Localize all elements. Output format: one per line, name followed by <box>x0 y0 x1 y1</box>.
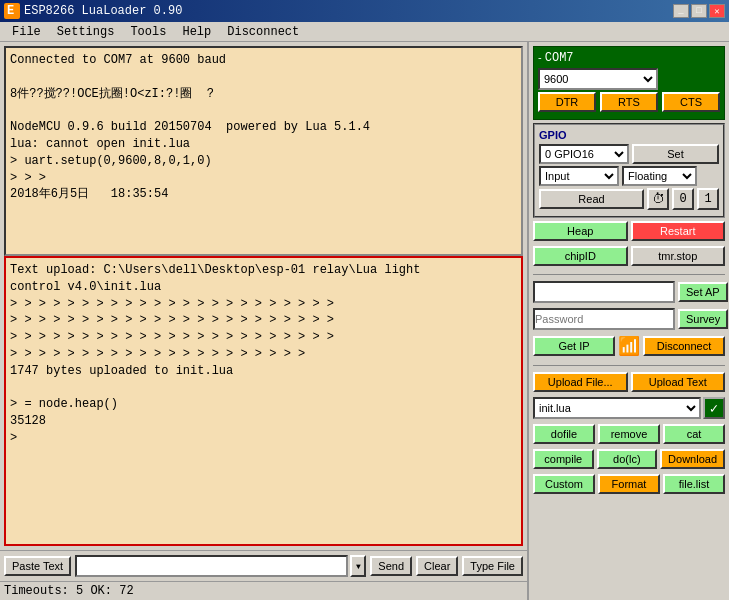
heap-button[interactable]: Heap <box>533 221 628 241</box>
chipid-button[interactable]: chipID <box>533 246 628 266</box>
menu-settings[interactable]: Settings <box>49 23 123 41</box>
action-row-1: dofile remove cat <box>533 424 725 444</box>
gpio-mode-select[interactable]: Input Output <box>539 166 619 186</box>
tmrstop-button[interactable]: tmr.stop <box>631 246 726 266</box>
paste-input[interactable] <box>75 555 348 577</box>
password-row: Survey <box>533 308 725 330</box>
gpio-pin-row: 0 GPIO16 1 GPIO5 Set <box>539 144 719 164</box>
terminal-line-8: 2018年6月5日 18:35:54 <box>10 186 517 203</box>
upload-line-1: control v4.0\init.lua <box>10 279 517 296</box>
close-button[interactable]: ✕ <box>709 4 725 18</box>
menu-bar: File Settings Tools Help Disconnect <box>0 22 729 42</box>
status-text: Timeouts: 5 OK: 72 <box>4 584 134 598</box>
divider-1 <box>533 274 725 275</box>
menu-disconnect[interactable]: Disconnect <box>219 23 307 41</box>
menu-tools[interactable]: Tools <box>122 23 174 41</box>
upload-line-2: > > > > > > > > > > > > > > > > > > > > … <box>10 296 517 313</box>
maximize-button[interactable]: □ <box>691 4 707 18</box>
gpio-section: GPIO 0 GPIO16 1 GPIO5 Set Input Output F… <box>533 123 725 218</box>
clear-button[interactable]: Clear <box>416 556 458 576</box>
cat-button[interactable]: cat <box>663 424 725 444</box>
cts-button[interactable]: CTS <box>662 92 720 112</box>
minimize-button[interactable]: _ <box>673 4 689 18</box>
getip-button[interactable]: Get IP <box>533 336 615 356</box>
paste-text-button[interactable]: Paste Text <box>4 556 71 576</box>
heap-restart-row: Heap Restart <box>533 221 725 241</box>
set-ap-button[interactable]: Set AP <box>678 282 728 302</box>
menu-file[interactable]: File <box>4 23 49 41</box>
chipid-stop-row: chipID tmr.stop <box>533 246 725 266</box>
gpio-mode-row: Input Output Floating Pullup <box>539 166 719 186</box>
ssid-row: Set AP <box>533 281 725 303</box>
status-bar: Timeouts: 5 OK: 72 <box>0 581 527 600</box>
password-input[interactable] <box>533 308 675 330</box>
dtr-rts-cts-row: DTR RTS CTS <box>538 92 720 112</box>
custom-button[interactable]: Custom <box>533 474 595 494</box>
remove-button[interactable]: remove <box>598 424 660 444</box>
terminal-line-0: Connected to COM7 at 9600 baud <box>10 52 517 69</box>
action-row-2: compile do(lc) Download <box>533 449 725 469</box>
upload-text-button[interactable]: Upload Text <box>631 372 726 392</box>
gpio-title: GPIO <box>539 129 719 141</box>
terminal-line-6: > uart.setup(0,9600,8,0,1,0) <box>10 153 517 170</box>
upload-line-9: 35128 <box>10 413 517 430</box>
gpio-read-row: Read ⏱ 0 1 <box>539 188 719 210</box>
format-button[interactable]: Format <box>598 474 660 494</box>
title-bar: E ESP8266 LuaLoader 0.90 _ □ ✕ <box>0 0 729 22</box>
clock-icon[interactable]: ⏱ <box>647 188 669 210</box>
terminal-line-1 <box>10 69 517 86</box>
terminal-line-4: NodeMCU 0.9.6 build 20150704 powered by … <box>10 119 517 136</box>
terminal-output[interactable]: Connected to COM7 at 9600 baud 8件??搅??!O… <box>4 46 523 256</box>
upload-line-7 <box>10 380 517 397</box>
restart-button[interactable]: Restart <box>631 221 726 241</box>
main-area: Connected to COM7 at 9600 baud 8件??搅??!O… <box>0 42 729 600</box>
gpio-zero-button[interactable]: 0 <box>672 188 694 210</box>
terminal-upload-section: Text upload: C:\Users\dell\Desktop\esp-0… <box>4 256 523 546</box>
upload-line-8: > = node.heap() <box>10 396 517 413</box>
rts-button[interactable]: RTS <box>600 92 658 112</box>
terminal-line-3 <box>10 102 517 119</box>
upload-line-10: > <box>10 430 517 447</box>
upload-line-0: Text upload: C:\Users\dell\Desktop\esp-0… <box>10 262 517 279</box>
ssid-input[interactable] <box>533 281 675 303</box>
svg-text:E: E <box>7 5 14 17</box>
terminal-panel: Connected to COM7 at 9600 baud 8件??搅??!O… <box>0 42 529 600</box>
gpio-set-button[interactable]: Set <box>632 144 719 164</box>
download-button[interactable]: Download <box>660 449 725 469</box>
compile-button[interactable]: compile <box>533 449 594 469</box>
upload-line-6: 1747 bytes uploaded to init.lua <box>10 363 517 380</box>
right-panel: - COM7 9600 115200 DTR RTS CTS GPIO 0 GP… <box>529 42 729 600</box>
divider-2 <box>533 365 725 366</box>
type-file-button[interactable]: Type File <box>462 556 523 576</box>
upload-line-3: > > > > > > > > > > > > > > > > > > > > … <box>10 312 517 329</box>
upload-line-5: > > > > > > > > > > > > > > > > > > > > … <box>10 346 517 363</box>
dtr-button[interactable]: DTR <box>538 92 596 112</box>
gpio-read-button[interactable]: Read <box>539 189 644 209</box>
gpio-one-button[interactable]: 1 <box>697 188 719 210</box>
gpio-pin-select[interactable]: 0 GPIO16 1 GPIO5 <box>539 144 629 164</box>
dolc-button[interactable]: do(lc) <box>597 449 658 469</box>
file-name-select[interactable]: init.lua <box>533 397 701 419</box>
terminal-line-7: > > > <box>10 170 517 187</box>
bottom-row: Custom Format file.list <box>533 474 725 494</box>
upload-line-4: > > > > > > > > > > > > > > > > > > > > … <box>10 329 517 346</box>
gpio-floating-select[interactable]: Floating Pullup <box>622 166 697 186</box>
baud-row: 9600 115200 <box>538 68 720 90</box>
paste-dropdown-button[interactable]: ▼ <box>350 555 366 577</box>
dofile-button[interactable]: dofile <box>533 424 595 444</box>
terminal-line-5: lua: cannot open init.lua <box>10 136 517 153</box>
disconnect-button[interactable]: Disconnect <box>643 336 725 356</box>
window-title: ESP8266 LuaLoader 0.90 <box>24 4 182 18</box>
com-port: COM7 <box>545 51 574 65</box>
file-check-button[interactable]: ✓ <box>703 397 725 419</box>
survey-button[interactable]: Survey <box>678 309 728 329</box>
com-section: - COM7 9600 115200 DTR RTS CTS <box>533 46 725 120</box>
paste-combo: ▼ <box>75 555 366 577</box>
filelist-button[interactable]: file.list <box>663 474 725 494</box>
terminal-line-2: 8件??搅??!OCE抗圈!O<zI:?!圈 ? <box>10 86 517 103</box>
menu-help[interactable]: Help <box>174 23 219 41</box>
upload-file-button[interactable]: Upload File... <box>533 372 628 392</box>
baud-rate-select[interactable]: 9600 115200 <box>538 68 658 90</box>
window-controls[interactable]: _ □ ✕ <box>673 4 725 18</box>
send-button[interactable]: Send <box>370 556 412 576</box>
